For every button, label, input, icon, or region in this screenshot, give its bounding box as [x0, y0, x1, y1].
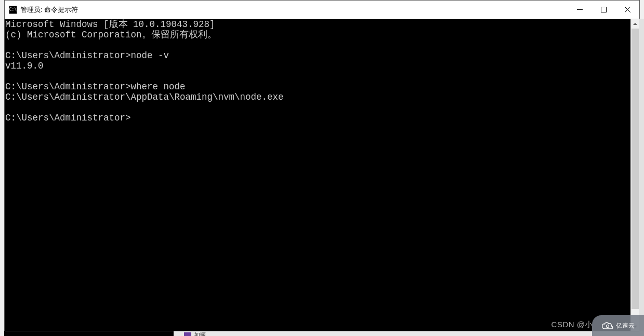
- minimize-button[interactable]: [568, 1, 592, 19]
- cloud-icon: [601, 321, 614, 330]
- terminal-line: C:\Users\Administrator\AppData\Roaming\n…: [5, 92, 630, 102]
- terminal-line: (c) Microsoft Corporation。保留所有权利。: [5, 30, 630, 40]
- terminal-line: C:\Users\Administrator>where node: [5, 82, 630, 92]
- maximize-icon: [601, 7, 607, 12]
- close-button[interactable]: [615, 1, 639, 19]
- terminal-line: [5, 40, 630, 50]
- titlebar[interactable]: C:\ 管理员: 命令提示符: [5, 1, 639, 19]
- svg-point-6: [607, 325, 609, 328]
- terminal-line: C:\Users\Administrator>node -v: [5, 50, 630, 61]
- svg-marker-4: [633, 23, 637, 25]
- csdn-watermark: CSDN @小: [551, 320, 593, 330]
- svg-rect-1: [601, 7, 606, 12]
- chevron-up-icon: [633, 22, 637, 26]
- command-prompt-window: C:\ 管理员: 命令提示符 Microsoft Windows [版本 10.…: [4, 0, 640, 331]
- vertical-scrollbar[interactable]: [630, 19, 639, 331]
- taskbar-fragment-label: 初骊: [194, 331, 206, 336]
- bottom-edge: 初骊: [4, 331, 640, 336]
- maximize-button[interactable]: [592, 1, 615, 19]
- terminal-line: [5, 102, 630, 113]
- terminal-line: v11.9.0: [5, 61, 630, 71]
- yisu-watermark-label: 亿速云: [616, 321, 635, 330]
- taskbar-fragment: 初骊: [174, 331, 206, 336]
- scroll-up-button[interactable]: [631, 19, 639, 28]
- terminal-line: [5, 71, 630, 82]
- terminal-line: Microsoft Windows [版本 10.0.19043.928]: [5, 19, 630, 30]
- cmd-icon: C:\: [9, 6, 17, 14]
- window-title: 管理员: 命令提示符: [20, 5, 568, 15]
- cmd-icon-label: C:\: [9, 8, 17, 12]
- scroll-thumb[interactable]: [632, 29, 639, 309]
- close-icon: [625, 7, 630, 12]
- taskbar-app-icon: [184, 332, 191, 337]
- window-controls: [568, 1, 639, 19]
- window-body: Microsoft Windows [版本 10.0.19043.928](c)…: [5, 19, 639, 331]
- outer-scroll-hint: [639, 19, 644, 331]
- terminal-edge-continuation: [4, 331, 174, 336]
- yisu-watermark: 亿速云: [592, 315, 644, 336]
- minimize-icon: [577, 7, 583, 12]
- terminal-line: C:\Users\Administrator>: [5, 113, 630, 123]
- terminal-output[interactable]: Microsoft Windows [版本 10.0.19043.928](c)…: [5, 19, 630, 331]
